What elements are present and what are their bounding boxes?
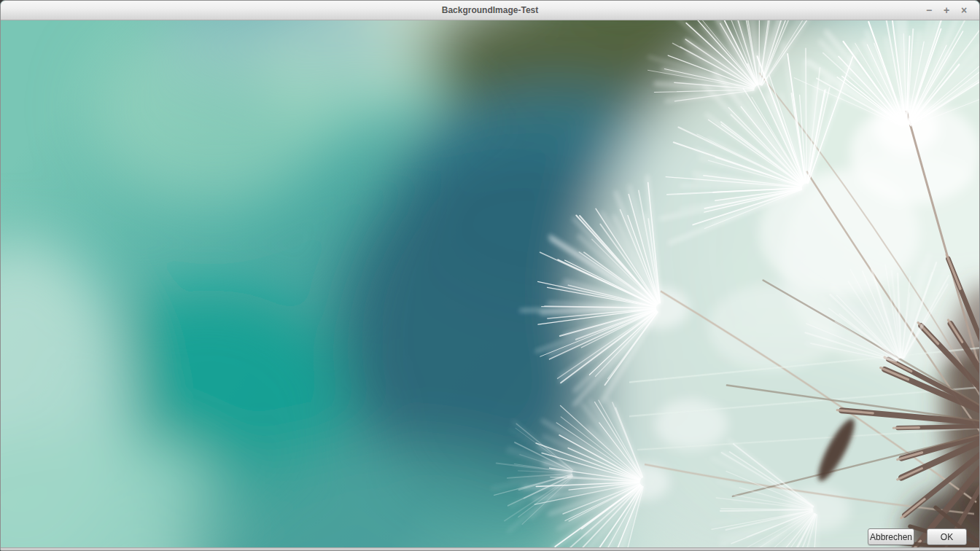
dialog-button-row: Abbrechen OK (868, 528, 967, 545)
window-content: Abbrechen OK (1, 20, 979, 547)
close-icon[interactable]: × (957, 2, 971, 18)
dandelion-photo (1, 20, 979, 547)
application-window: BackgroundImage-Test − + × (0, 0, 980, 551)
window-title: BackgroundImage-Test (1, 1, 979, 20)
ok-button[interactable]: OK (927, 528, 967, 545)
maximize-icon[interactable]: + (940, 2, 953, 18)
cancel-button[interactable]: Abbrechen (868, 528, 914, 545)
window-bottom-edge (1, 547, 979, 550)
titlebar[interactable]: BackgroundImage-Test − + × (1, 1, 979, 20)
window-controls: − + × (922, 1, 979, 20)
minimize-icon[interactable]: − (922, 2, 936, 18)
